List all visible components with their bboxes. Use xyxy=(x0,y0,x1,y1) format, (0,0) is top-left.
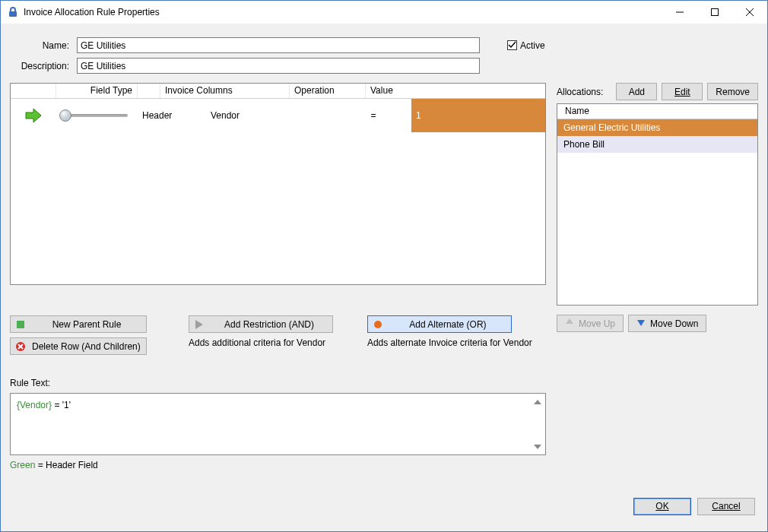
svg-marker-12 xyxy=(534,445,541,449)
green-square-icon xyxy=(15,319,26,330)
rules-grid[interactable]: Field Type Invoice Columns Operation Val… xyxy=(10,83,546,285)
delete-row-label: Delete Row (And Children) xyxy=(32,341,141,352)
scroll-up-button[interactable] xyxy=(531,395,544,408)
rule-text-content: {Vendor} = '1' xyxy=(17,400,527,410)
arrow-down-icon xyxy=(636,318,646,329)
app-lock-icon xyxy=(7,6,19,18)
allocations-toolbar: Allocations: Add Edit Remove xyxy=(557,83,758,100)
grid-header-row: Field Type Invoice Columns Operation Val… xyxy=(11,84,545,99)
rule-text-rest: = '1' xyxy=(52,400,71,410)
slider-knob-icon xyxy=(59,109,71,122)
minimize-button[interactable] xyxy=(662,1,697,24)
ok-button[interactable]: OK xyxy=(633,498,691,515)
cancel-label: Cancel xyxy=(712,501,740,511)
allocation-add-label: Add xyxy=(629,87,645,97)
allocations-label: Allocations: xyxy=(557,87,603,97)
rule-toolbar: New Parent Rule Delete Row (And Children… xyxy=(10,315,546,355)
grid-row[interactable]: Header Vendor = 1 xyxy=(11,99,545,132)
allocation-edit-label: Edit xyxy=(674,87,690,97)
grid-header-value: Value xyxy=(366,84,545,98)
allocation-edit-button[interactable]: Edit xyxy=(662,83,703,100)
current-row-arrow-icon xyxy=(24,108,43,123)
play-icon xyxy=(194,319,205,330)
allocations-move-toolbar: Move Up Move Down xyxy=(557,315,758,332)
ok-label: OK xyxy=(655,501,668,511)
allocations-panel: Allocations: Add Edit Remove Name Genera… xyxy=(557,83,758,470)
name-label: Name: xyxy=(10,40,72,51)
add-restriction-hint: Adds additional criteria for Vendor xyxy=(189,337,351,348)
rule-text-box[interactable]: {Vendor} = '1' xyxy=(10,393,546,455)
svg-rect-2 xyxy=(712,9,719,16)
svg-marker-11 xyxy=(534,400,541,404)
allocation-item[interactable]: General Electric Utilities xyxy=(557,119,757,136)
legend-green-word: Green xyxy=(10,460,35,470)
rule-text-label: Rule Text: xyxy=(10,378,546,388)
checkbox-icon xyxy=(507,40,517,50)
cell-operation: = xyxy=(335,99,411,132)
svg-rect-0 xyxy=(9,11,17,17)
titlebar: Invoice Allocation Rule Properties xyxy=(1,1,767,24)
allocation-remove-button[interactable]: Remove xyxy=(707,83,758,100)
allocation-item-label: General Electric Utilities xyxy=(563,122,660,133)
cell-value[interactable]: 1 xyxy=(411,99,545,132)
allocation-add-button[interactable]: Add xyxy=(616,83,657,100)
active-label: Active xyxy=(520,40,545,51)
add-alternate-label: Add Alternate (OR) xyxy=(389,319,506,330)
add-alternate-hint: Adds alternate Invoice criteria for Vend… xyxy=(367,337,546,348)
scroll-down-button[interactable] xyxy=(531,440,544,453)
delete-icon xyxy=(15,341,26,352)
cell-field-type: Header xyxy=(138,99,206,132)
new-parent-rule-label: New Parent Rule xyxy=(32,319,141,330)
arrow-up-icon xyxy=(565,318,574,329)
svg-marker-13 xyxy=(566,318,573,324)
allocations-list[interactable]: Name General Electric Utilities Phone Bi… xyxy=(557,103,758,306)
svg-marker-9 xyxy=(195,320,203,329)
maximize-button[interactable] xyxy=(697,1,732,24)
rule-text-area: Rule Text: {Vendor} = '1' Green = Header… xyxy=(10,378,546,470)
allocation-item[interactable]: Phone Bill xyxy=(557,136,757,153)
grid-header-operation: Operation xyxy=(290,84,366,98)
client-area: Name: Active Description: Field Type Inv… xyxy=(1,24,767,531)
dialog-window: Invoice Allocation Rule Properties Name:… xyxy=(0,0,768,532)
active-checkbox[interactable]: Active xyxy=(507,40,758,51)
allocations-name-header: Name xyxy=(557,104,757,119)
middle-area: Field Type Invoice Columns Operation Val… xyxy=(10,83,758,470)
rules-panel: Field Type Invoice Columns Operation Val… xyxy=(10,83,546,470)
orange-circle-icon xyxy=(373,319,383,330)
cancel-button[interactable]: Cancel xyxy=(697,498,755,515)
rule-text-vendor-token: {Vendor} xyxy=(17,400,52,410)
svg-rect-5 xyxy=(17,321,24,328)
add-restriction-label: Add Restriction (AND) xyxy=(211,319,328,330)
cell-invoice-column: Vendor xyxy=(206,99,335,132)
close-button[interactable] xyxy=(732,1,767,24)
grid-header-field-type: Field Type xyxy=(56,84,138,98)
rule-text-legend: Green = Header Field xyxy=(10,460,546,470)
svg-marker-14 xyxy=(637,320,645,326)
move-down-button[interactable]: Move Down xyxy=(628,315,706,332)
move-down-label: Move Down xyxy=(650,318,698,329)
legend-rest: = Header Field xyxy=(35,460,97,470)
add-restriction-button[interactable]: Add Restriction (AND) xyxy=(189,315,333,333)
form-area: Name: Active Description: xyxy=(10,37,758,74)
move-up-button[interactable]: Move Up xyxy=(557,315,624,332)
allocation-item-label: Phone Bill xyxy=(563,139,605,150)
window-title: Invoice Allocation Rule Properties xyxy=(24,7,160,17)
dialog-footer: OK Cancel xyxy=(10,492,758,524)
name-input[interactable] xyxy=(77,37,480,53)
move-up-label: Move Up xyxy=(579,318,615,329)
description-input[interactable] xyxy=(77,58,480,74)
delete-row-button[interactable]: Delete Row (And Children) xyxy=(10,337,147,355)
indent-slider[interactable] xyxy=(62,114,128,117)
add-alternate-button[interactable]: Add Alternate (OR) xyxy=(367,315,512,333)
grid-header-invoice-columns: Invoice Columns xyxy=(160,84,290,98)
allocation-remove-label: Remove xyxy=(716,87,750,97)
new-parent-rule-button[interactable]: New Parent Rule xyxy=(10,315,147,333)
svg-point-10 xyxy=(374,321,382,328)
description-label: Description: xyxy=(10,61,72,71)
